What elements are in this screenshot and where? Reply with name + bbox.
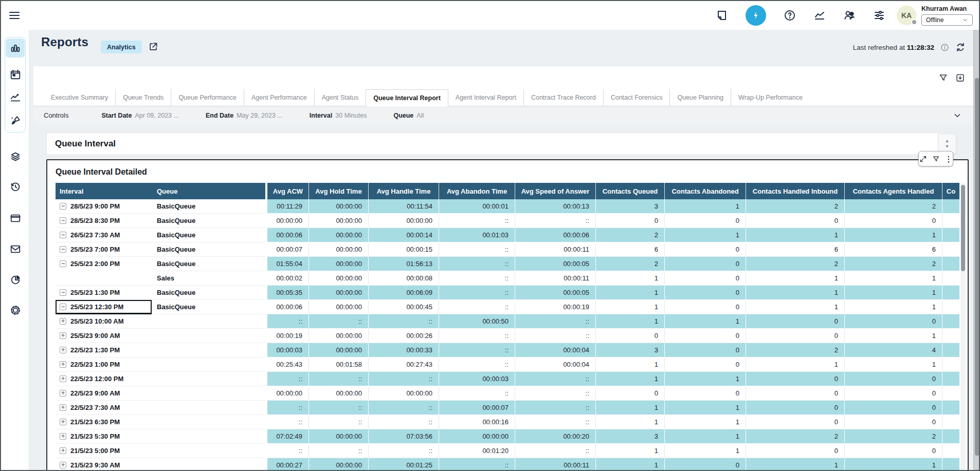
tab-agent-performance[interactable]: Agent Performance	[244, 89, 314, 106]
column-header-avg-acw[interactable]: Avg ACW	[265, 183, 308, 199]
row-expander[interactable]: +	[60, 332, 66, 339]
metric-cell: 1	[595, 372, 664, 386]
analytics-badge: Analytics	[101, 41, 142, 53]
sidebar-item-pie-chart[interactable]	[6, 270, 25, 289]
tab-agent-status[interactable]: Agent Status	[314, 89, 366, 106]
row-expander[interactable]: −	[60, 217, 66, 224]
tab-wrap-up-performance[interactable]: Wrap-Up Performance	[731, 89, 810, 106]
column-header-avg-hold-time[interactable]: Avg Hold Time	[308, 183, 368, 199]
metric-cell: 0	[664, 343, 746, 357]
queue-cell	[152, 429, 265, 444]
table-scrollbar-thumb[interactable]	[961, 185, 965, 271]
sidebar-item-bar-chart[interactable]	[6, 39, 25, 58]
sidebar-item-calendar[interactable]	[6, 65, 25, 84]
avatar[interactable]: KA	[897, 6, 916, 25]
row-expander[interactable]: +	[60, 390, 66, 397]
chevron-down-icon	[962, 17, 968, 23]
metric-cell: ::	[515, 314, 595, 329]
sidebar-item-mail[interactable]	[6, 239, 25, 258]
sidebar-item-layers[interactable]	[6, 147, 25, 166]
external-link-icon[interactable]	[148, 42, 158, 52]
column-header-contacts-handled-inbound[interactable]: Contacts Handled Inbound	[746, 183, 844, 199]
row-expander[interactable]: −	[60, 304, 66, 310]
metric-cell: ::	[265, 444, 308, 458]
row-expander[interactable]: −	[60, 246, 66, 253]
controls-collapse-icon[interactable]	[953, 111, 962, 120]
maximize-icon[interactable]	[919, 155, 927, 163]
column-header-avg-handle-time[interactable]: Avg Handle Time	[368, 183, 439, 199]
info-icon[interactable]	[940, 43, 949, 52]
scroll-up-button[interactable]: ▲	[945, 139, 950, 143]
metric-cell: 00:00:00	[308, 214, 368, 228]
control-value: All	[416, 112, 424, 119]
row-expander[interactable]: +	[60, 462, 66, 468]
column-header-contacts-abandoned[interactable]: Contacts Abandoned	[664, 183, 746, 199]
interval-cell: +21/5/23 5:00 PM	[56, 444, 152, 458]
tab-queue-trends[interactable]: Queue Trends	[115, 89, 171, 106]
tab-queue-planning[interactable]: Queue Planning	[669, 89, 731, 106]
section-title: Queue Interval	[55, 139, 116, 149]
export-icon[interactable]	[955, 73, 965, 83]
table-scrollbar[interactable]	[960, 183, 966, 470]
column-header-queue[interactable]: Queue	[152, 183, 265, 199]
row-expander[interactable]: +	[60, 318, 66, 325]
agents-icon[interactable]	[843, 9, 856, 22]
metric-cell: 00:00:14	[368, 228, 439, 242]
control-interval[interactable]: Interval30 Minutes	[310, 112, 367, 119]
filter-icon[interactable]	[938, 73, 948, 83]
control-label: End Date	[206, 112, 233, 119]
row-expander[interactable]: +	[60, 375, 66, 382]
column-header-avg-abandon-time[interactable]: Avg Abandon Time	[439, 183, 515, 199]
sidebar-item-history[interactable]	[6, 177, 25, 196]
visual-toolbar: ⋮	[918, 151, 953, 166]
metric-cell: 00:00:26	[368, 329, 439, 343]
row-expander[interactable]: +	[60, 404, 66, 411]
metric-cell: 2	[844, 429, 942, 444]
status-select[interactable]: Offline	[921, 14, 973, 26]
help-icon[interactable]	[784, 9, 796, 22]
row-expander[interactable]: −	[60, 289, 66, 296]
sidebar-item-window[interactable]	[6, 209, 25, 228]
sliders-icon[interactable]	[873, 9, 885, 22]
tab-contact-forensics[interactable]: Contact Forensics	[603, 89, 670, 106]
tab-queue-interval-report[interactable]: Queue Interval Report	[366, 89, 448, 106]
row-expander[interactable]: +	[60, 347, 66, 353]
line-chart-icon[interactable]	[813, 9, 826, 22]
column-header-interval[interactable]: Interval	[56, 183, 152, 199]
tab-contract-trace-record[interactable]: Contract Trace Record	[523, 89, 603, 106]
sidebar-item-trend[interactable]	[6, 88, 25, 107]
menu-options-icon[interactable]: ⋮	[945, 155, 953, 163]
tab-agent-interval-report[interactable]: Agent Interval Report	[448, 89, 523, 106]
column-header-avg-speed-of-answer[interactable]: Avg Speed of Answer	[515, 183, 595, 199]
row-expander[interactable]: +	[60, 433, 66, 440]
row-expander[interactable]: −	[60, 232, 66, 238]
note-icon[interactable]	[716, 9, 728, 22]
control-start-date[interactable]: Start DateApr 09, 2023 ...	[101, 112, 179, 119]
interval-value: 22/5/23 1:30 PM	[70, 346, 120, 354]
flash-icon[interactable]	[746, 5, 766, 26]
visual-filter-icon[interactable]	[932, 155, 940, 163]
window-icon	[10, 213, 21, 224]
column-header-co[interactable]: Co	[942, 183, 959, 199]
control-end-date[interactable]: End DateMay 29, 2023 ...	[206, 112, 283, 119]
column-header-contacts-queued[interactable]: Contacts Queued	[595, 183, 664, 199]
window-scrollbar-thumb[interactable]	[975, 78, 979, 456]
row-expander[interactable]: −	[60, 260, 66, 267]
tab-executive-summary[interactable]: Executive Summary	[44, 89, 115, 106]
sidebar-item-design[interactable]	[6, 111, 25, 130]
row-expander[interactable]: −	[60, 203, 66, 210]
row-expander[interactable]: +	[60, 419, 66, 425]
interval-cell: +21/5/23 5:30 PM	[56, 429, 152, 444]
column-header-contacts-agents-handled[interactable]: Contacts Agents Handled	[844, 183, 942, 199]
refresh-icon[interactable]	[955, 42, 966, 52]
row-expander[interactable]: +	[60, 447, 66, 454]
row-expander[interactable]: +	[60, 361, 66, 368]
window-scrollbar[interactable]	[973, 30, 980, 471]
control-queue[interactable]: QueueAll	[393, 112, 424, 119]
scroll-down-button[interactable]: ▼	[945, 144, 950, 149]
tab-queue-performance[interactable]: Queue Performance	[171, 89, 244, 106]
sidebar-item-gear[interactable]	[6, 300, 25, 319]
refresh-status: Last refreshed at 11:28:32	[853, 42, 966, 52]
metric-cell: 00:00:06	[265, 300, 308, 314]
hamburger-menu-icon[interactable]	[8, 9, 21, 22]
